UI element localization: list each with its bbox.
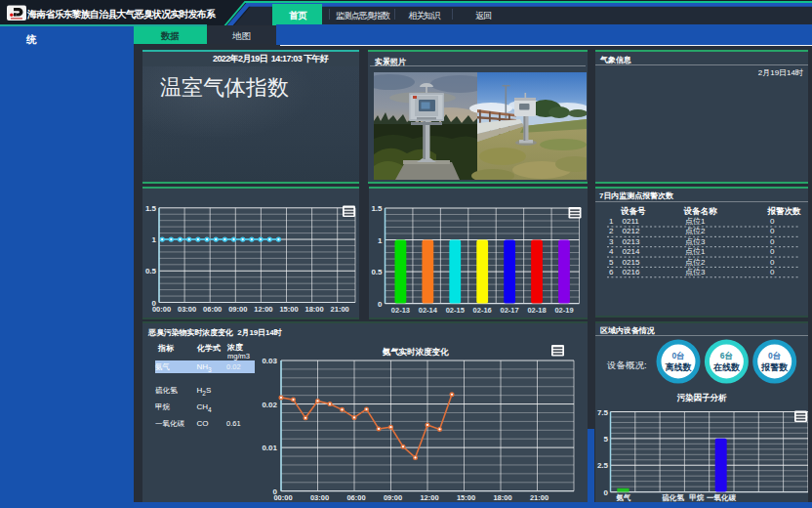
- svg-text:0213: 0213: [623, 237, 640, 246]
- svg-text:06:00: 06:00: [203, 305, 222, 314]
- svg-text:1.5: 1.5: [145, 204, 157, 213]
- svg-text:09:00: 09:00: [384, 493, 402, 502]
- svg-text:5: 5: [604, 435, 609, 444]
- svg-text:1.5: 1.5: [371, 204, 383, 213]
- svg-text:0: 0: [770, 247, 775, 256]
- svg-text:0.01: 0.01: [262, 444, 277, 452]
- svg-text:设备名称: 设备名称: [683, 206, 718, 216]
- svg-text:报警数: 报警数: [760, 362, 789, 372]
- svg-text:0215: 0215: [623, 258, 640, 267]
- svg-text:点位3: 点位3: [685, 237, 706, 246]
- svg-text:一氧化碳: 一氧化碳: [707, 493, 737, 502]
- svg-text:06:00: 06:00: [346, 493, 365, 502]
- svg-text:02-13: 02-13: [391, 306, 410, 315]
- svg-text:02-17: 02-17: [501, 306, 519, 315]
- svg-text:15:00: 15:00: [457, 493, 475, 502]
- svg-text:0台: 0台: [768, 351, 781, 360]
- svg-text:报警次数: 报警次数: [767, 206, 802, 216]
- svg-text:18:00: 18:00: [493, 493, 511, 502]
- svg-text:4: 4: [609, 247, 614, 256]
- svg-text:1: 1: [609, 217, 614, 226]
- svg-text:0.02: 0.02: [262, 401, 277, 409]
- svg-text:离线数: 离线数: [666, 362, 693, 372]
- svg-text:03:00: 03:00: [178, 305, 196, 314]
- svg-text:点位3: 点位3: [685, 268, 706, 276]
- svg-text:0211: 0211: [623, 217, 640, 226]
- svg-text:02-19: 02-19: [554, 306, 573, 315]
- svg-text:点位2: 点位2: [685, 227, 706, 235]
- svg-text:0台: 0台: [671, 351, 684, 360]
- svg-text:点位1: 点位1: [685, 247, 706, 256]
- svg-text:0.5: 0.5: [371, 268, 383, 276]
- svg-text:0.03: 0.03: [262, 357, 277, 365]
- svg-text:硫化氢: 硫化氢: [662, 493, 684, 502]
- svg-text:03:00: 03:00: [310, 493, 329, 502]
- svg-text:0214: 0214: [623, 247, 640, 256]
- svg-text:00:00: 00:00: [152, 305, 171, 314]
- svg-text:02-14: 02-14: [419, 306, 438, 315]
- svg-text:0: 0: [770, 217, 775, 226]
- svg-text:0: 0: [770, 237, 775, 246]
- svg-text:02-16: 02-16: [473, 306, 492, 315]
- svg-text:18:00: 18:00: [305, 305, 324, 314]
- svg-text:1: 1: [378, 236, 383, 245]
- svg-text:09:00: 09:00: [228, 305, 247, 314]
- svg-text:设备号: 设备号: [620, 206, 646, 216]
- svg-text:12:00: 12:00: [254, 305, 272, 314]
- svg-text:00:00: 00:00: [273, 493, 292, 502]
- svg-text:3: 3: [609, 237, 614, 246]
- svg-text:12:00: 12:00: [420, 493, 438, 502]
- svg-text:6: 6: [609, 268, 614, 276]
- svg-text:0: 0: [770, 268, 775, 276]
- svg-text:6台: 6台: [720, 351, 733, 360]
- svg-text:点位1: 点位1: [685, 217, 706, 226]
- svg-text:7.5: 7.5: [597, 408, 609, 417]
- svg-text:1: 1: [152, 235, 157, 244]
- svg-text:在线数: 在线数: [712, 362, 741, 372]
- svg-text:0216: 0216: [623, 268, 640, 276]
- svg-text:02-15: 02-15: [446, 306, 465, 315]
- svg-text:0.5: 0.5: [145, 267, 157, 275]
- svg-text:氨气: 氨气: [616, 493, 632, 502]
- svg-text:点位2: 点位2: [685, 258, 706, 267]
- svg-text:0: 0: [604, 488, 609, 497]
- svg-text:0: 0: [770, 258, 775, 267]
- svg-text:21:00: 21:00: [331, 305, 349, 314]
- svg-text:0212: 0212: [623, 227, 640, 235]
- svg-text:2: 2: [609, 227, 614, 235]
- svg-text:2.5: 2.5: [597, 461, 609, 470]
- svg-text:0: 0: [770, 227, 775, 235]
- svg-text:甲烷: 甲烷: [689, 493, 705, 502]
- svg-text:21:00: 21:00: [530, 493, 548, 502]
- svg-text:15:00: 15:00: [279, 305, 298, 314]
- svg-text:0: 0: [378, 300, 383, 309]
- svg-text:5: 5: [609, 258, 614, 267]
- svg-text:02-18: 02-18: [527, 306, 546, 315]
